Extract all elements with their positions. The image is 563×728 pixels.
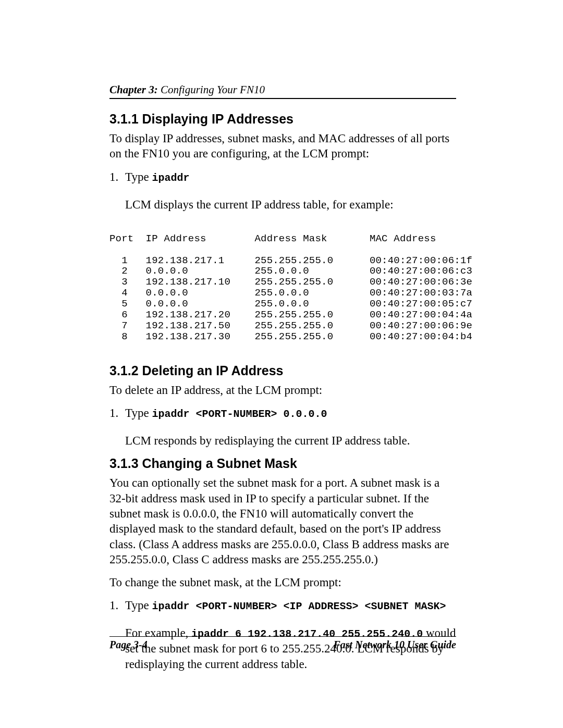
s313-step-1: 1. Type ipaddr <PORT-NUMBER> <IP ADDRESS…: [109, 597, 456, 613]
step-type-word: Type: [125, 170, 152, 183]
footer-book-title: Fast Network 10 User Guide: [333, 639, 456, 651]
step-text: Type ipaddr <PORT-NUMBER> 0.0.0.0: [125, 405, 456, 421]
step-command: ipaddr <PORT-NUMBER> <IP ADDRESS> <SUBNE…: [152, 600, 446, 612]
heading-3-1-2: 3.1.2 Deleting an IP Address: [109, 363, 456, 378]
step-type-word: Type: [125, 406, 152, 419]
s311-intro: To display IP addresses, subnet masks, a…: [109, 131, 456, 162]
step-command: ipaddr <PORT-NUMBER> 0.0.0.0: [152, 408, 327, 420]
footer-page-number: Page 3-4: [109, 639, 148, 651]
s313-intro: To change the subnet mask, at the LCM pr…: [109, 575, 456, 590]
step-type-word: Type: [125, 599, 152, 612]
ip-address-table: Port IP Address Address Mask MAC Address…: [109, 233, 456, 342]
step-text: Type ipaddr <PORT-NUMBER> <IP ADDRESS> <…: [125, 597, 456, 613]
s313-para: You can optionally set the subnet mask f…: [109, 475, 456, 567]
header-chapter: Chapter 3:: [109, 83, 158, 96]
step-number: 1.: [109, 169, 125, 185]
s312-intro: To delete an IP address, at the LCM prom…: [109, 382, 456, 398]
heading-3-1-3: 3.1.3 Changing a Subnet Mask: [109, 456, 456, 471]
page: Chapter 3: Configuring Your FN10 3.1.1 D…: [0, 0, 563, 728]
page-footer: Page 3-4 Fast Network 10 User Guide: [109, 636, 456, 651]
step-number: 1.: [109, 597, 125, 613]
heading-3-1-1: 3.1.1 Displaying IP Addresses: [109, 112, 456, 127]
s312-after: LCM responds by redisplaying the current…: [125, 433, 456, 449]
step-command: ipaddr: [152, 172, 189, 184]
s311-after: LCM displays the current IP address tabl…: [125, 197, 456, 213]
running-header: Chapter 3: Configuring Your FN10: [109, 83, 456, 99]
header-title: Configuring Your FN10: [158, 83, 265, 96]
step-text: Type ipaddr: [125, 169, 456, 185]
s312-step-1: 1. Type ipaddr <PORT-NUMBER> 0.0.0.0: [109, 405, 456, 421]
header-text: Chapter 3: Configuring Your FN10: [109, 83, 265, 96]
s311-step-1: 1. Type ipaddr: [109, 169, 456, 185]
step-number: 1.: [109, 405, 125, 421]
